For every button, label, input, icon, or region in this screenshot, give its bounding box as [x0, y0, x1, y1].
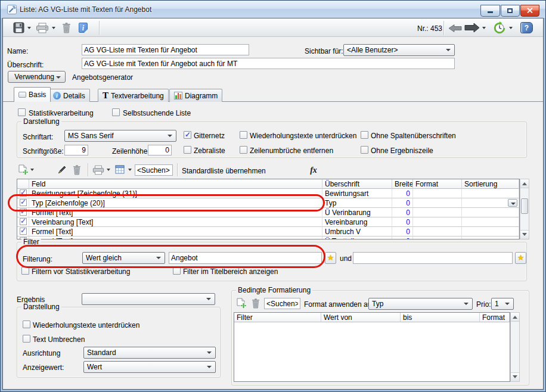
filter-value-input[interactable] — [169, 252, 322, 264]
back-button[interactable] — [448, 24, 462, 33]
scroll-up-button[interactable] — [511, 313, 519, 322]
ohne-spalten-checkbox[interactable] — [361, 131, 368, 139]
header-sortierung: Sortierung — [462, 179, 519, 189]
verwendung-button[interactable]: Verwendung — [8, 71, 66, 83]
filter2-favorite-button[interactable]: ★ — [515, 252, 526, 264]
schriftart-select[interactable]: MS Sans Serif — [64, 130, 176, 142]
tab-basis[interactable]: Basis — [14, 87, 51, 102]
selbstsuchend-checkbox[interactable] — [112, 108, 120, 116]
prio-select[interactable]: 1 — [491, 298, 514, 310]
close-button[interactable] — [520, 5, 539, 17]
verwendung-value: Angebotsgenerator — [72, 73, 133, 82]
delete-field-button[interactable] — [72, 164, 82, 175]
prio-label: Prio: — [476, 300, 491, 309]
table-view-button[interactable] — [115, 165, 125, 174]
format-anwenden-select[interactable]: Typ — [368, 298, 473, 310]
name-input[interactable] — [82, 44, 249, 55]
table-view-dropdown-caret[interactable] — [128, 169, 132, 173]
save-dropdown-caret[interactable] — [27, 27, 31, 31]
table-row-typ[interactable]: Typ [Zeichenfolge (20)] Typ 0 — [17, 198, 519, 208]
gitternetz-checkbox[interactable] — [184, 131, 191, 139]
tab-details[interactable]: i Details — [48, 89, 90, 102]
print-list-dropdown-caret[interactable] — [107, 169, 110, 173]
zeilenhoehe-input[interactable] — [148, 145, 172, 155]
table-icon — [115, 165, 125, 174]
maximize-button[interactable] — [501, 5, 520, 17]
scroll-up-button[interactable] — [520, 179, 529, 188]
format-table-scrollbar[interactable] — [510, 312, 520, 382]
header-wert-von: Wert von — [321, 313, 401, 322]
row-checkbox[interactable] — [20, 228, 27, 235]
add-page-icon — [236, 298, 246, 309]
delete-format-button[interactable] — [251, 298, 260, 309]
table-row[interactable]: Vereinbarung [Text] Vereinbarung 0 — [17, 217, 519, 227]
scroll-down-button[interactable] — [520, 230, 529, 239]
info-button[interactable]: i — [79, 23, 88, 33]
save-button[interactable] — [13, 22, 24, 33]
statistik-checkbox[interactable] — [18, 108, 26, 116]
ueberschrift-input[interactable] — [82, 58, 455, 69]
forward-dropdown-caret[interactable] — [482, 27, 486, 31]
row-checkbox[interactable] — [20, 218, 27, 225]
format-table-header: Filter Wert von bis Format — [234, 313, 510, 322]
filterung-label: Filterung: — [23, 255, 52, 263]
add-field-dropdown-caret[interactable] — [30, 169, 34, 173]
filter-favorite-button[interactable]: ★ — [325, 252, 336, 264]
table-row[interactable]: Formel [Text] Ü Verinbarung 0 — [17, 208, 519, 217]
filter-value2-input[interactable] — [353, 252, 513, 264]
ausrichtung-select[interactable]: Standard — [83, 347, 216, 359]
title-bar[interactable]: Liste: AG VG-Liste mit Texten für Angebo… — [1, 1, 545, 18]
forward-button[interactable] — [464, 23, 480, 33]
wiederholungstexte2-checkbox[interactable] — [23, 321, 30, 328]
zeilenumbrueche-checkbox[interactable] — [240, 146, 247, 154]
delete-button[interactable] — [61, 22, 72, 33]
zebraliste-checkbox[interactable] — [184, 146, 191, 154]
filter-operator-select[interactable]: Wert gleich — [82, 252, 165, 264]
print-list-button[interactable] — [92, 165, 104, 175]
star-icon: ★ — [517, 253, 525, 262]
row-checkbox[interactable] — [20, 199, 27, 206]
add-format-button[interactable] — [236, 298, 246, 309]
history-dropdown-caret[interactable] — [509, 27, 513, 31]
edit-button[interactable] — [57, 164, 67, 175]
print-button[interactable] — [36, 23, 49, 33]
tab-diagramm[interactable]: Diagramm — [169, 89, 222, 102]
help-button[interactable]: ? — [520, 22, 533, 33]
arrow-right-icon — [464, 23, 480, 33]
history-button[interactable] — [493, 21, 506, 35]
sortierung-dropdown-button[interactable] — [508, 199, 517, 207]
anzeigewert-label: Anzeigewert: — [23, 363, 64, 372]
format-search-input[interactable] — [264, 298, 300, 309]
star-icon: ★ — [327, 253, 334, 262]
save-icon — [13, 22, 24, 33]
print-dropdown-caret[interactable] — [52, 27, 55, 31]
field-search-input[interactable] — [135, 164, 173, 176]
minimize-button[interactable] — [480, 5, 500, 17]
filtern-vor-statistik-checkbox[interactable] — [21, 267, 29, 275]
filter-titelbereich-checkbox[interactable] — [173, 267, 181, 275]
statistik-label: Statistikverarbeitung — [29, 109, 94, 117]
scrollbar-thumb[interactable] — [521, 198, 528, 214]
text-umbrechen-checkbox[interactable] — [23, 335, 30, 343]
row-checkbox[interactable] — [20, 189, 27, 197]
scroll-down-button[interactable] — [511, 372, 519, 381]
ergebnis-select[interactable] — [82, 293, 215, 305]
list-icon — [18, 92, 26, 98]
add-field-button[interactable] — [18, 164, 28, 175]
anzeigewert-select[interactable]: Wert — [83, 361, 216, 373]
schriftart-label: Schriftart: — [23, 133, 53, 141]
wiederholungstexte-checkbox[interactable] — [240, 131, 247, 139]
table-row-partial[interactable]: Formel [Text] Ü Textteil 0 — [17, 237, 519, 239]
field-table-scrollbar[interactable] — [520, 179, 529, 239]
tab-textverarbeitung[interactable]: T Textverarbeitung — [98, 89, 169, 102]
sichtbar-select[interactable]: <Alle Benutzer> — [343, 44, 455, 56]
ohne-ergebniszeile-checkbox[interactable] — [361, 146, 368, 154]
standardliste-link[interactable]: Standardliste übernehmen — [182, 167, 266, 175]
schriftgroesse-label: Schriftgröße: — [23, 147, 64, 155]
filter-group-title: Filter — [21, 238, 41, 246]
close-icon — [526, 7, 533, 14]
table-row[interactable]: Bewirtungsart [Zeichenfolge (31)] Bewirt… — [17, 189, 519, 198]
row-checkbox[interactable] — [20, 209, 27, 216]
schriftgroesse-input[interactable] — [64, 145, 88, 155]
table-row[interactable]: Formel [Text] Umbruch V 0 — [17, 227, 519, 237]
